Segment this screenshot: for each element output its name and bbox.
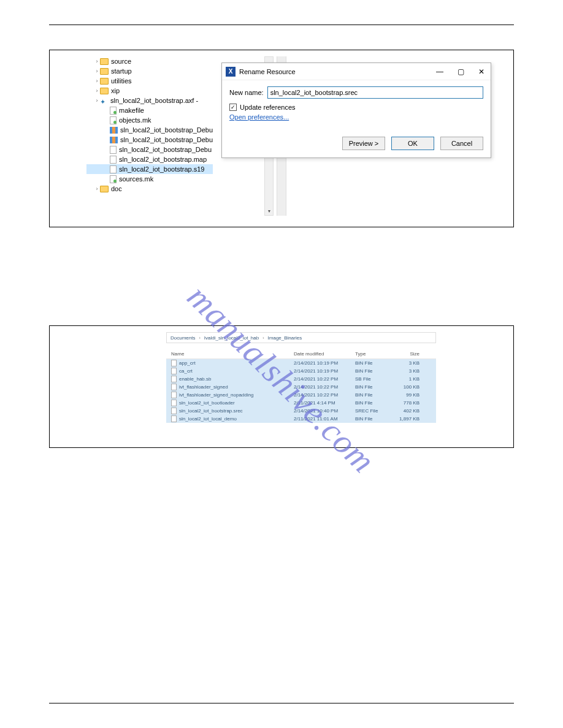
tree-item[interactable]: sources.mk [86, 174, 213, 184]
update-references-checkbox[interactable]: ✓ [229, 104, 237, 111]
file-type: BIN File [355, 416, 389, 422]
file-date: 2/14/2021 10:40 PM [294, 408, 355, 414]
file-icon [171, 408, 177, 414]
tree-item-label: sln_local2_iot_bootstrap_Debu [119, 145, 212, 154]
tree-item[interactable]: sln_local2_iot_bootstrap.s19 [86, 164, 213, 174]
tree-item[interactable]: ›startup [86, 66, 213, 76]
breadcrumb[interactable]: Documents›Ivaldi_sln_local2_iot_hab›Imag… [166, 332, 436, 343]
tree-item-label: doc [111, 184, 122, 194]
folder-icon [100, 68, 109, 75]
expand-icon[interactable]: › [94, 184, 100, 194]
file-type: SREC File [355, 408, 389, 414]
expand-icon[interactable]: › [94, 96, 100, 105]
chevron-right-icon: › [199, 336, 200, 340]
tree-item-label: utilities [111, 76, 132, 86]
file-icon [110, 165, 117, 173]
ok-button[interactable]: OK [391, 137, 434, 150]
tree-item[interactable]: sln_local2_iot_bootstrap_Debu [86, 145, 213, 154]
scroll-down-icon[interactable]: ▾ [266, 208, 272, 214]
breadcrumb-item[interactable]: Documents [170, 335, 195, 341]
figure-file-explorer: Documents›Ivaldi_sln_local2_iot_hab›Imag… [49, 325, 514, 448]
file-date: 2/14/2021 10:22 PM [294, 376, 355, 382]
col-size[interactable]: Size [389, 351, 419, 357]
tree-item-label: xip [111, 86, 120, 96]
maximize-button[interactable]: ▢ [455, 67, 466, 76]
open-preferences-link[interactable]: Open preferences... [229, 113, 289, 121]
column-headers[interactable]: Name Date modified Type Size [166, 349, 436, 359]
update-references-label: Update references [240, 104, 296, 111]
file-name: ca_crt [179, 368, 193, 374]
file-row[interactable]: sln_local2_iot_local_demo2/11/2021 11:01… [166, 415, 436, 423]
tree-item[interactable]: ›source [86, 56, 213, 66]
file-size: 99 KB [389, 392, 419, 398]
tree-item[interactable]: ›utilities [86, 76, 213, 86]
file-icon [171, 360, 177, 366]
file-type: BIN File [355, 368, 389, 374]
preview-button[interactable]: Preview > [342, 137, 385, 150]
rename-resource-dialog: X Rename Resource — ▢ ✕ New name: ✓ Upda… [221, 63, 491, 158]
folder-icon [100, 186, 109, 192]
file-type: BIN File [355, 400, 389, 406]
tree-item[interactable]: ›doc [86, 184, 213, 194]
app-icon: X [226, 67, 236, 77]
file-name: enable_hab.sb [179, 376, 212, 382]
expand-icon[interactable]: › [94, 56, 100, 66]
file-name: sln_local2_iot_local_demo [179, 416, 237, 422]
tree-item[interactable]: ›xip [86, 86, 213, 96]
expand-icon[interactable]: › [94, 86, 100, 96]
col-name[interactable]: Name [171, 351, 294, 357]
file-icon [171, 400, 177, 406]
close-button[interactable]: ✕ [476, 67, 487, 76]
new-name-input[interactable] [267, 86, 483, 99]
file-date: 2/14/2021 10:22 PM [294, 384, 355, 390]
chevron-right-icon: › [262, 336, 264, 340]
binary-icon [110, 137, 118, 143]
cancel-button[interactable]: Cancel [440, 137, 483, 150]
col-type[interactable]: Type [355, 351, 389, 357]
tree-item-label: sln_local2_iot_bootstrap.axf - [110, 96, 198, 105]
tree-item-label: objects.mk [119, 115, 151, 125]
file-icon [110, 156, 117, 164]
dialog-title: Rename Resource [239, 68, 434, 75]
minimize-button[interactable]: — [434, 67, 445, 76]
file-row[interactable]: enable_hab.sb2/14/2021 10:22 PMSB File1 … [166, 375, 436, 383]
file-name: sln_local2_iot_bootloader [179, 400, 235, 406]
file-row[interactable]: app_crt2/14/2021 10:19 PMBIN File3 KB [166, 359, 436, 367]
tree-item-label: sources.mk [119, 174, 153, 184]
tree-item-label: source [111, 56, 131, 66]
dialog-titlebar[interactable]: X Rename Resource — ▢ ✕ [222, 63, 491, 80]
breadcrumb-item[interactable]: Image_Binaries [268, 335, 302, 341]
binary-icon [110, 127, 118, 134]
tree-item[interactable]: makefile [86, 105, 213, 115]
tree-item[interactable]: sln_local2_iot_bootstrap_Debu [86, 125, 213, 135]
file-explorer: Documents›Ivaldi_sln_local2_iot_hab›Imag… [166, 332, 436, 423]
file-size: 100 KB [389, 384, 419, 390]
expand-icon[interactable]: › [94, 66, 100, 76]
tree-item[interactable]: ›✦sln_local2_iot_bootstrap.axf - [86, 96, 213, 105]
tree-item[interactable]: sln_local2_iot_bootstrap.map [86, 154, 213, 164]
file-icon [110, 107, 117, 115]
tree-item-label: startup [111, 66, 132, 76]
expand-icon[interactable]: › [94, 76, 100, 86]
file-name: ivt_flashloader_signed_nopadding [179, 392, 253, 398]
file-row[interactable]: sln_local2_iot_bootloader2/11/2021 4:14 … [166, 399, 436, 407]
file-row[interactable]: ivt_flashloader_signed2/14/2021 10:22 PM… [166, 383, 436, 391]
tree-item-label: sln_local2_iot_bootstrap_Debu [120, 125, 213, 135]
footer-rule [49, 703, 514, 703]
project-tree[interactable]: ›source›startup›utilities›xip›✦sln_local… [86, 56, 213, 194]
file-row[interactable]: ca_crt2/14/2021 10:19 PMBIN File3 KB [166, 367, 436, 375]
tree-item-label: sln_local2_iot_bootstrap_Debu [120, 135, 213, 145]
file-icon [110, 116, 117, 124]
tree-item[interactable]: sln_local2_iot_bootstrap_Debu [86, 135, 213, 145]
file-icon [171, 368, 177, 374]
col-date[interactable]: Date modified [294, 351, 355, 357]
file-name: ivt_flashloader_signed [179, 384, 228, 390]
file-type: BIN File [355, 384, 389, 390]
folder-icon [100, 88, 109, 94]
file-row[interactable]: sln_local2_iot_bootstrap.srec2/14/2021 1… [166, 407, 436, 415]
breadcrumb-item[interactable]: Ivaldi_sln_local2_iot_hab [204, 335, 259, 341]
file-icon [171, 392, 177, 398]
tree-item[interactable]: objects.mk [86, 115, 213, 125]
folder-icon [100, 78, 109, 85]
file-row[interactable]: ivt_flashloader_signed_nopadding2/14/202… [166, 391, 436, 399]
